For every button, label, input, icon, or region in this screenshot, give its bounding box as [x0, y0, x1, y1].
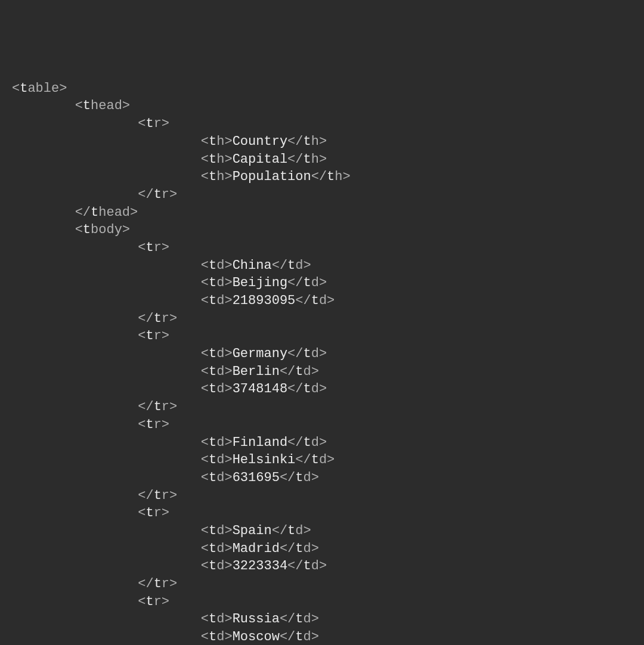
code-line: <td>Helsinki</td>	[12, 451, 632, 469]
code-line: <td>Moscow</td>	[12, 628, 632, 645]
code-line: <tr>	[12, 593, 632, 611]
code-line: <td>3223334</td>	[12, 557, 632, 575]
code-line: </tr>	[12, 186, 632, 204]
code-line: <table>	[12, 80, 632, 98]
code-line: <th>Capital</th>	[12, 151, 632, 169]
code-line: <th>Population</th>	[12, 168, 632, 186]
code-line: <td>Madrid</td>	[12, 540, 632, 558]
code-line: <th>Country</th>	[12, 133, 632, 151]
code-line: <td>Russia</td>	[12, 610, 632, 628]
code-line: <td>Spain</td>	[12, 522, 632, 540]
code-line: </tr>	[12, 310, 632, 328]
code-line: <td>21893095</td>	[12, 292, 632, 310]
code-line: <tr>	[12, 239, 632, 257]
code-line: </tr>	[12, 487, 632, 505]
code-line: <td>631695</td>	[12, 469, 632, 487]
code-line: </tr>	[12, 398, 632, 416]
code-line: <thead>	[12, 97, 632, 115]
code-line: <tr>	[12, 327, 632, 345]
code-line: </tr>	[12, 575, 632, 593]
code-line: <td>China</td>	[12, 257, 632, 275]
code-line: <td>3748148</td>	[12, 380, 632, 398]
code-line: </thead>	[12, 204, 632, 222]
code-line: <tr>	[12, 504, 632, 522]
code-block: <table> <thead> <tr> <th>Country</th> <t…	[12, 80, 632, 645]
code-line: <tbody>	[12, 221, 632, 239]
code-line: <tr>	[12, 416, 632, 434]
code-line: <td>Germany</td>	[12, 345, 632, 363]
code-line: <td>Berlin</td>	[12, 363, 632, 381]
code-line: <td>Beijing</td>	[12, 274, 632, 292]
code-line: <td>Finland</td>	[12, 434, 632, 452]
code-line: <tr>	[12, 115, 632, 133]
